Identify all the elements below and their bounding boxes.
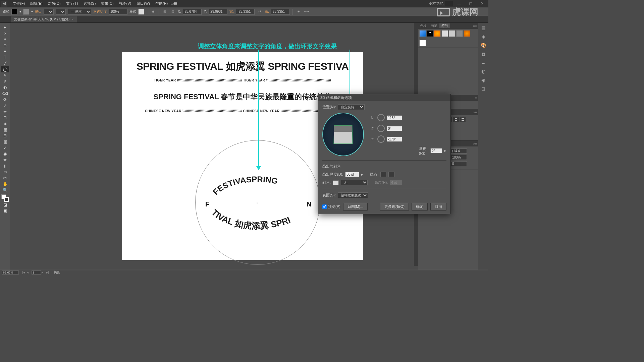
y-input[interactable]	[209, 9, 227, 15]
panel-menu-icon[interactable]: »≡	[472, 24, 478, 28]
magic-wand-tool[interactable]: ✦	[1, 36, 9, 42]
cancel-button[interactable]: 取消	[430, 203, 446, 210]
swatch-item[interactable]	[419, 30, 426, 37]
menu-view[interactable]: 视图(V)	[116, 1, 134, 6]
x-input[interactable]	[183, 9, 202, 15]
pen-tool[interactable]: ✒	[1, 48, 9, 54]
dock-graphic-styles-icon[interactable]: ⊡	[480, 85, 487, 93]
dialog-title[interactable]: 3D 凸出和斜角选项	[318, 94, 450, 101]
swatch-item[interactable]	[434, 30, 441, 37]
bevel-select[interactable]: 无	[341, 180, 368, 185]
map-art-button[interactable]: 贴图(M)...	[343, 203, 368, 210]
gradient-tool[interactable]: ▥	[1, 139, 9, 145]
para-justify-right-icon[interactable]: ≣	[453, 117, 459, 122]
free-transform-tool[interactable]: ⊡	[1, 115, 9, 121]
w-input[interactable]	[236, 9, 255, 15]
panel-menu-icon[interactable]: »≡	[472, 142, 478, 145]
hand-tool[interactable]: ✋	[1, 181, 9, 187]
minimize-button[interactable]: —	[454, 1, 464, 7]
screen-mode-icon[interactable]: ▣	[1, 208, 9, 214]
tracking-input[interactable]	[451, 161, 467, 166]
fill-swatch[interactable]	[11, 9, 17, 15]
swatch-item[interactable]	[464, 30, 470, 37]
rotate-y-dial[interactable]	[377, 125, 385, 132]
align-icon[interactable]: ⊞	[162, 9, 168, 15]
dock-layers-icon[interactable]: ◈	[480, 33, 487, 40]
cap-off-icon[interactable]	[388, 172, 394, 177]
line-tool[interactable]: ╱	[1, 60, 9, 66]
layout-icon[interactable]: ▭	[170, 1, 174, 6]
more-options-button[interactable]: 更多选项(O)	[380, 203, 409, 210]
eyedropper-tool[interactable]: ✓	[1, 145, 9, 151]
menu-type[interactable]: 文字(T)	[63, 1, 81, 6]
stepper-icon[interactable]: ▸	[361, 172, 363, 177]
paintbrush-tool[interactable]: ✎	[1, 72, 9, 78]
last-artboard-icon[interactable]: ▸|	[46, 270, 50, 274]
opacity-label[interactable]: 不透明度	[93, 9, 107, 14]
close-tab-icon[interactable]: ×	[71, 17, 73, 21]
pencil-tool[interactable]: ✐	[1, 78, 9, 84]
swatch-item[interactable]	[419, 40, 426, 46]
document-tab[interactable]: 文变效果.ai* @ 66.67% (CMYK/预览) ×	[11, 16, 77, 22]
menu-object[interactable]: 对象(O)	[45, 1, 63, 6]
rotate-y-input[interactable]	[387, 126, 402, 131]
more-icon[interactable]: ⋯▾	[304, 9, 310, 15]
panel-menu-icon[interactable]: »≡	[472, 111, 478, 114]
depth-input[interactable]	[345, 172, 359, 177]
stroke-swatch[interactable]	[23, 9, 29, 15]
menu-file[interactable]: 文件(F)	[10, 1, 28, 6]
transform-icon[interactable]: ⊡	[170, 9, 176, 15]
perspective-input[interactable]	[430, 148, 442, 153]
stroke-weight[interactable]	[44, 9, 54, 15]
width-tool[interactable]: ⇔	[1, 109, 9, 115]
mesh-tool[interactable]: ⊞	[1, 133, 9, 139]
link-wh-icon[interactable]: ⇄	[257, 9, 263, 15]
menu-window[interactable]: 窗口(W)	[134, 1, 153, 6]
rotation-cube-preview[interactable]	[322, 113, 364, 156]
dock-transparency-icon[interactable]: ◐	[480, 68, 487, 75]
prev-artboard-icon[interactable]: ◂	[27, 270, 31, 274]
preview-checkbox[interactable]: 预览(P)	[322, 204, 340, 209]
slice-tool[interactable]: ✂	[1, 175, 9, 181]
column-graph-tool[interactable]: ⫿	[1, 163, 9, 169]
cap-on-icon[interactable]	[380, 172, 386, 177]
style-swatch[interactable]	[138, 9, 144, 15]
h-input[interactable]	[271, 9, 290, 15]
menu-edit[interactable]: 编辑(E)	[28, 1, 45, 6]
dock-gradient-icon[interactable]: ▦	[480, 50, 487, 58]
ellipse-tool[interactable]: ◯	[1, 66, 9, 72]
scale-tool[interactable]: ⤢	[1, 103, 9, 109]
panel-tab-color[interactable]: 色板	[418, 23, 429, 28]
perspective-grid-tool[interactable]: ▦	[1, 127, 9, 133]
menu-effect[interactable]: 效果(C)	[98, 1, 116, 6]
swatch-item[interactable]	[441, 30, 448, 37]
hscale-input[interactable]	[451, 155, 467, 160]
swatch-item[interactable]	[456, 30, 463, 37]
panel-tab-brushes[interactable]: 画笔	[429, 23, 439, 28]
dropdown-icon[interactable]: ▾	[31, 10, 33, 13]
para-justify-all-icon[interactable]: ≣	[460, 117, 466, 122]
surface-select[interactable]: 塑料效果底纹	[338, 192, 368, 198]
arrange-icon[interactable]: ▦	[174, 1, 177, 6]
direct-selection-tool[interactable]: ▹	[1, 30, 9, 36]
dropdown-icon[interactable]: ▾	[19, 10, 21, 13]
type-tool[interactable]: T	[1, 54, 9, 60]
shape-icon[interactable]: ✦	[296, 9, 302, 15]
artboard-tool[interactable]: ▭	[1, 169, 9, 175]
dock-stroke-icon[interactable]: ≡	[480, 59, 487, 66]
artboard-page-input[interactable]	[32, 270, 41, 275]
ring-text-object[interactable]: FESTIVASPRING TIVAL 如虎添翼 SPRI F N ×	[195, 140, 320, 265]
stepper-icon[interactable]: ▸	[444, 148, 446, 153]
stroke-profile[interactable]: — 基本	[68, 9, 91, 15]
stroke-label[interactable]: 描边	[35, 9, 42, 14]
swatch-item[interactable]	[449, 30, 455, 37]
leading-input[interactable]	[451, 148, 467, 154]
ok-button[interactable]: 确定	[412, 203, 428, 210]
dock-appearance-icon[interactable]: ◉	[480, 76, 487, 84]
zoom-input[interactable]	[2, 270, 19, 275]
rotate-x-dial[interactable]	[377, 114, 385, 121]
brush-select[interactable]	[56, 9, 66, 15]
rotate-tool[interactable]: ⟳	[1, 97, 9, 103]
position-select[interactable]: 自定旋转	[338, 104, 365, 110]
opacity-input[interactable]	[109, 9, 127, 15]
